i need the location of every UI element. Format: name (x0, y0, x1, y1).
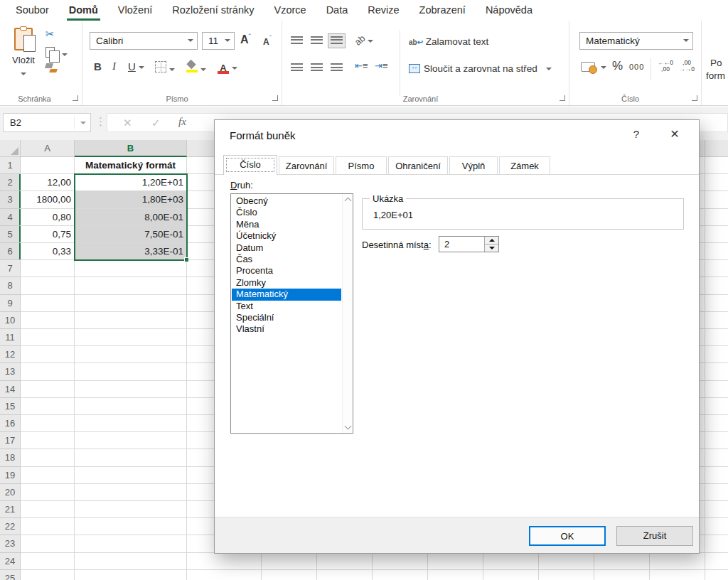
cell-B2[interactable]: 1,20E+01 (75, 174, 187, 191)
dialog-tab-cislo[interactable]: Číslo (223, 155, 277, 175)
row-header-19[interactable]: 19 (0, 467, 21, 484)
list-item-datum[interactable]: Datum (232, 242, 341, 254)
cell-A12[interactable] (21, 346, 75, 363)
name-box[interactable]: B2 (3, 113, 91, 132)
ribbon-tab-data[interactable]: Data (316, 0, 358, 21)
alignment-dialog-launcher[interactable] (560, 95, 565, 101)
cell-L16[interactable] (705, 415, 728, 432)
cell-A3[interactable]: 1800,00 (21, 191, 75, 208)
cell-B5[interactable]: 7,50E-01 (75, 226, 187, 243)
cell-A16[interactable] (21, 415, 75, 432)
cell-L15[interactable] (705, 398, 728, 415)
spinner-up-button[interactable] (485, 237, 498, 245)
cell-F25[interactable] (373, 570, 428, 580)
align-right-icon[interactable] (331, 63, 343, 72)
cell-L3[interactable] (705, 191, 728, 208)
cell-A9[interactable] (21, 295, 75, 312)
cell-A11[interactable] (21, 329, 75, 346)
cell-A18[interactable] (21, 449, 75, 466)
cell-B4[interactable]: 8,00E-01 (75, 209, 187, 226)
ribbon-tab-nápověda[interactable]: Nápověda (476, 0, 542, 21)
cell-H25[interactable] (483, 570, 539, 580)
cell-D24[interactable] (262, 553, 317, 570)
cell-B21[interactable] (75, 501, 187, 518)
grow-font-button[interactable]: Aˆ (240, 33, 251, 46)
dialog-tab-písmo[interactable]: Písmo (336, 156, 387, 174)
listbox-scrollbar[interactable] (342, 194, 353, 433)
cell-L23[interactable] (705, 535, 728, 552)
cell-B11[interactable] (75, 329, 187, 346)
fill-color-button[interactable] (186, 61, 206, 75)
cell-B13[interactable] (75, 363, 187, 380)
cell-B17[interactable] (75, 432, 187, 449)
cut-button[interactable]: ✂ (46, 28, 77, 45)
cell-A19[interactable] (21, 467, 75, 484)
orientation-button[interactable]: ab (355, 35, 373, 45)
font-name-combo[interactable]: Calibri (90, 32, 198, 50)
list-item-vlastní[interactable]: Vlastní (232, 323, 341, 335)
dialog-tab-výplň[interactable]: Výplň (449, 156, 498, 174)
cell-B23[interactable] (75, 535, 187, 552)
cell-L12[interactable] (705, 346, 728, 363)
cell-A4[interactable]: 0,80 (21, 209, 75, 226)
cell-G25[interactable] (428, 570, 483, 580)
insert-function-icon[interactable]: fx (178, 116, 186, 128)
row-header-17[interactable]: 17 (0, 432, 21, 449)
list-item-měna[interactable]: Měna (232, 219, 341, 230)
row-header-1[interactable]: 1 (0, 157, 21, 174)
cell-H24[interactable] (483, 553, 539, 570)
cell-B24[interactable] (75, 553, 187, 570)
row-header-15[interactable]: 15 (0, 398, 21, 415)
cell-G24[interactable] (428, 553, 483, 570)
cell-L9[interactable] (705, 295, 728, 312)
row-header-12[interactable]: 12 (0, 346, 21, 363)
cancel-button[interactable]: Zrušit (616, 526, 693, 546)
cell-L20[interactable] (705, 484, 728, 501)
cell-C24[interactable] (187, 553, 262, 570)
list-item-číslo[interactable]: Číslo (232, 207, 341, 218)
cell-A2[interactable]: 12,00 (21, 174, 75, 191)
cell-A6[interactable]: 0,33 (21, 243, 75, 260)
wrap-text-button[interactable]: ab↩ Zalamovat text (409, 36, 488, 47)
ok-button[interactable]: OK (529, 526, 606, 546)
enter-icon[interactable]: ✓ (151, 117, 161, 129)
dialog-tab-zámek[interactable]: Zámek (499, 156, 550, 174)
comma-style-button[interactable]: 000 (629, 63, 644, 71)
borders-button[interactable] (155, 61, 175, 75)
cell-B1[interactable]: Matematický formát (75, 157, 187, 174)
cell-B10[interactable] (75, 312, 187, 329)
cell-J25[interactable] (594, 570, 650, 580)
cell-L22[interactable] (705, 518, 728, 535)
close-icon[interactable]: ✕ (666, 127, 683, 141)
cell-L25[interactable] (705, 570, 728, 580)
row-header-3[interactable]: 3 (0, 191, 21, 208)
help-icon[interactable]: ? (629, 128, 643, 140)
row-header-8[interactable]: 8 (0, 277, 21, 294)
list-item-text[interactable]: Text (232, 301, 341, 312)
row-header-6[interactable]: 6 (0, 243, 21, 260)
cell-A17[interactable] (21, 432, 75, 449)
cell-A13[interactable] (21, 363, 75, 380)
cell-E24[interactable] (317, 553, 373, 570)
list-item-matematický[interactable]: Matematický (232, 289, 341, 300)
row-header-10[interactable]: 10 (0, 312, 21, 329)
font-size-combo[interactable]: 11 (202, 32, 235, 50)
ribbon-tab-domů[interactable]: Domů (59, 0, 108, 21)
cell-I25[interactable] (539, 570, 594, 580)
italic-button[interactable]: I (112, 60, 116, 72)
list-item-procenta[interactable]: Procenta (232, 265, 341, 276)
format-type-listbox[interactable]: ObecnýČísloMěnaÚčetnickýDatumČasProcenta… (230, 193, 353, 434)
decimal-places-spinner[interactable]: 2 (439, 236, 499, 252)
row-header-18[interactable]: 18 (0, 449, 21, 466)
cell-A7[interactable] (21, 260, 75, 277)
cell-L5[interactable] (705, 226, 728, 243)
ribbon-tab-vzorce[interactable]: Vzorce (264, 0, 316, 21)
list-item-obecný[interactable]: Obecný (232, 195, 341, 207)
cell-B14[interactable] (75, 381, 187, 398)
row-header-4[interactable]: 4 (0, 209, 21, 226)
number-format-combo[interactable]: Matematický (579, 32, 693, 50)
row-header-11[interactable]: 11 (0, 329, 21, 346)
merge-center-button[interactable]: Sloučit a zarovnat na střed (409, 63, 552, 74)
cell-L7[interactable] (705, 260, 728, 277)
cell-L14[interactable] (705, 381, 728, 398)
